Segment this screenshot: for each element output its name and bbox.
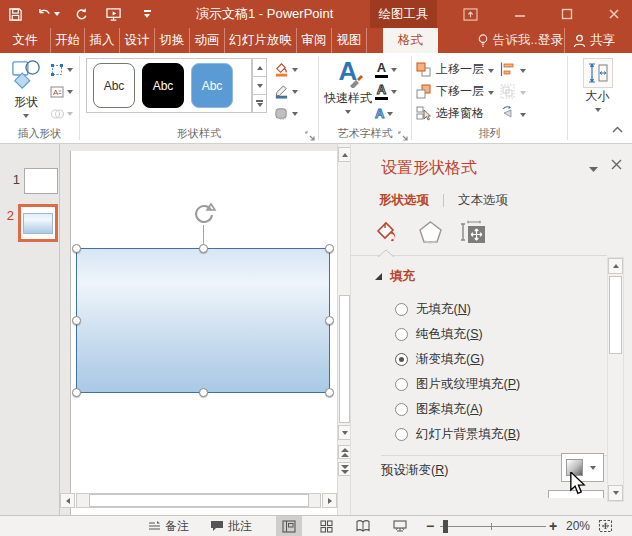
zoom-out-button[interactable]: − [426,516,434,536]
close-button[interactable] [599,0,629,28]
preset-gradient-dropdown[interactable] [583,466,603,470]
wordart-dialog-launcher[interactable] [398,130,408,140]
resize-handle-bottom-left[interactable] [72,388,81,397]
radio-solid-fill[interactable] [395,328,408,341]
radio-no-fill[interactable] [395,303,408,316]
radio-pattern-fill[interactable] [395,403,408,416]
resize-handle-top-left[interactable] [72,244,81,253]
fill-option-picture-texture-fill[interactable]: 图片或纹理填充(P) [395,375,520,393]
fill-option-no-fill[interactable]: 无填充(N) [395,300,471,318]
text-outline-button[interactable]: A [373,82,399,101]
canvas-vertical-scrollbar[interactable] [337,144,350,515]
tab-insert[interactable]: 插入 [85,28,120,53]
tab-review[interactable]: 审阅 [297,28,332,53]
slide-thumbnail-2-selected[interactable]: 2 [4,204,58,242]
ribbon-display-options-button[interactable] [455,0,485,28]
resize-handle-bottom-center[interactable] [199,388,208,397]
selected-rectangle-shape[interactable] [76,248,330,393]
send-backward-button[interactable]: 下移一层 [416,82,494,101]
merge-shapes-button[interactable] [48,104,75,123]
pane-scroll-down-button[interactable] [608,485,623,501]
tab-animations[interactable]: 动画 [190,28,225,53]
tab-slideshow[interactable]: 幻灯片放映 [225,28,297,53]
save-button[interactable] [0,0,30,28]
fill-option-pattern-fill[interactable]: 图案填充(A) [395,400,483,418]
bring-forward-button[interactable]: 上移一层 [416,60,494,79]
radio-picture-fill[interactable] [395,378,408,391]
redo-button[interactable] [66,0,96,28]
text-fill-button[interactable]: A [373,60,399,79]
slide-canvas[interactable] [60,144,350,515]
comments-button[interactable]: 批注 [210,516,252,536]
pane-options-dropdown[interactable] [589,162,598,176]
shape-fill-button[interactable] [272,60,300,79]
effects-icon[interactable] [416,218,444,246]
gallery-scroll-down-button[interactable] [252,77,267,95]
shape-style-tile-3[interactable]: Abc [191,63,233,108]
notes-button[interactable]: 备注 [148,516,189,536]
horizontal-scroll-track[interactable] [76,493,321,508]
fill-option-solid-fill[interactable]: 纯色填充(S) [395,325,483,343]
pane-tab-text-options[interactable]: 文本选项 [458,192,508,209]
zoom-slider-thumb[interactable] [443,520,448,533]
pane-close-button[interactable] [611,159,622,173]
resize-handle-bottom-right[interactable] [325,388,334,397]
quick-styles-button[interactable]: A 快速样式 [323,56,373,126]
tab-design[interactable]: 设计 [120,28,155,53]
shape-style-tile-2[interactable]: Abc [142,63,184,108]
minimize-button[interactable] [505,0,535,28]
undo-dropdown-caret[interactable] [54,12,60,16]
resize-handle-top-center[interactable] [199,244,208,253]
resize-handle-middle-left[interactable] [72,316,81,325]
align-button[interactable] [500,60,526,79]
shapes-button[interactable]: 形状 [4,56,48,126]
size-button[interactable]: 大小 [575,56,621,126]
gallery-scroll-up-button[interactable] [252,58,267,77]
canvas-horizontal-scrollbar[interactable] [60,492,337,509]
radio-background-fill[interactable] [395,428,408,441]
rotation-handle[interactable] [191,201,217,227]
tab-transitions[interactable]: 切换 [155,28,190,53]
undo-button[interactable] [30,0,66,28]
shape-style-tile-1[interactable]: Abc [93,63,135,108]
tab-view[interactable]: 视图 [332,28,367,53]
fill-option-gradient-fill-selected[interactable]: 渐变填充(G) [395,350,484,368]
maximize-button[interactable] [552,0,582,28]
fill-option-slide-background-fill[interactable]: 幻灯片背景填充(B) [395,425,520,443]
collapse-ribbon-button[interactable] [611,123,624,137]
shape-styles-dialog-launcher[interactable] [305,130,315,140]
zoom-slider-track[interactable] [440,526,546,527]
fill-section-header[interactable]: 填充 [375,268,415,285]
fit-to-window-button[interactable] [598,516,613,536]
reading-view-button[interactable] [350,516,376,536]
rotate-button[interactable] [500,104,526,123]
normal-view-button[interactable] [276,516,302,536]
customize-qat-button[interactable] [132,0,162,28]
text-box-button[interactable]: A [48,82,75,101]
scroll-right-button[interactable] [322,493,337,508]
gallery-more-button[interactable] [252,95,267,113]
horizontal-scroll-thumb[interactable] [89,494,309,507]
edit-shape-button[interactable] [48,60,75,79]
tab-format-active[interactable]: 格式 [383,28,438,53]
pane-tab-shape-options[interactable]: 形状选项 [379,192,429,209]
fill-line-icon[interactable] [373,218,401,246]
size-properties-icon[interactable] [459,218,487,246]
group-objects-button[interactable] [500,82,526,101]
pane-scrollbar[interactable] [607,257,624,502]
resize-handle-top-right[interactable] [325,244,334,253]
tab-file[interactable]: 文件 [0,28,50,53]
zoom-in-button[interactable]: + [549,516,557,536]
tab-home[interactable]: 开始 [50,28,85,53]
slide-2-preview[interactable] [18,204,58,242]
shape-effects-button[interactable] [272,104,300,123]
vertical-scroll-thumb[interactable] [339,295,350,423]
pane-scroll-thumb[interactable] [609,276,622,354]
slideshow-view-button[interactable] [387,516,413,536]
slide-thumbnail-1[interactable]: 1 [10,168,58,194]
scroll-left-button[interactable] [60,493,75,508]
slide-1-preview[interactable] [24,168,58,194]
sign-in-button[interactable]: 登录 [538,28,563,53]
zoom-level[interactable]: 20% [566,516,590,536]
slide-sorter-view-button[interactable] [313,516,339,536]
